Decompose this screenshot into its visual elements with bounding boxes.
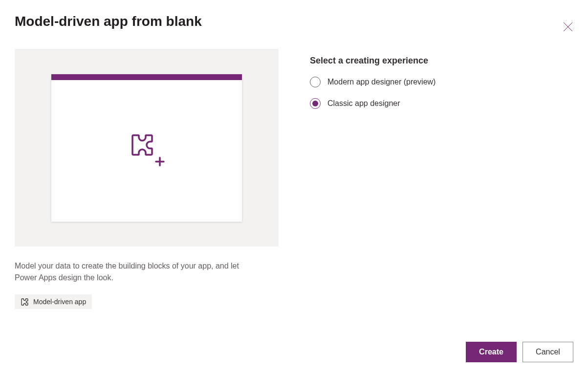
puzzle-icon [21, 297, 29, 306]
preview-illustration [128, 80, 166, 222]
dialog-body: Model your data to create the building b… [15, 49, 573, 309]
dialog-header: Model-driven app from blank [15, 14, 573, 34]
tag-label: Model-driven app [33, 298, 86, 306]
puzzle-plus-icon [128, 132, 166, 169]
selector-heading: Select a creating experience [310, 56, 436, 66]
dialog-description: Model your data to create the building b… [15, 260, 249, 284]
radio-icon [310, 77, 321, 87]
radio-label-classic: Classic app designer [327, 99, 400, 108]
create-button[interactable]: Create [466, 342, 517, 362]
dialog-footer: Create Cancel [466, 342, 573, 362]
close-icon [563, 21, 573, 32]
preview-frame [15, 49, 279, 247]
radio-option-modern[interactable]: Modern app designer (preview) [310, 77, 436, 87]
cancel-button[interactable]: Cancel [523, 342, 573, 362]
app-type-tag: Model-driven app [15, 294, 92, 309]
preview-title-bar [51, 74, 242, 80]
dialog-title: Model-driven app from blank [15, 14, 202, 29]
radio-label-modern: Modern app designer (preview) [327, 78, 436, 86]
left-pane: Model your data to create the building b… [15, 49, 279, 309]
radio-option-classic[interactable]: Classic app designer [310, 98, 436, 109]
preview-card [51, 74, 242, 222]
create-app-dialog: Model-driven app from blank [0, 0, 588, 373]
right-pane: Select a creating experience Modern app … [310, 49, 436, 309]
close-button[interactable] [561, 20, 575, 34]
radio-dot [312, 101, 318, 106]
radio-icon-selected [310, 98, 321, 109]
